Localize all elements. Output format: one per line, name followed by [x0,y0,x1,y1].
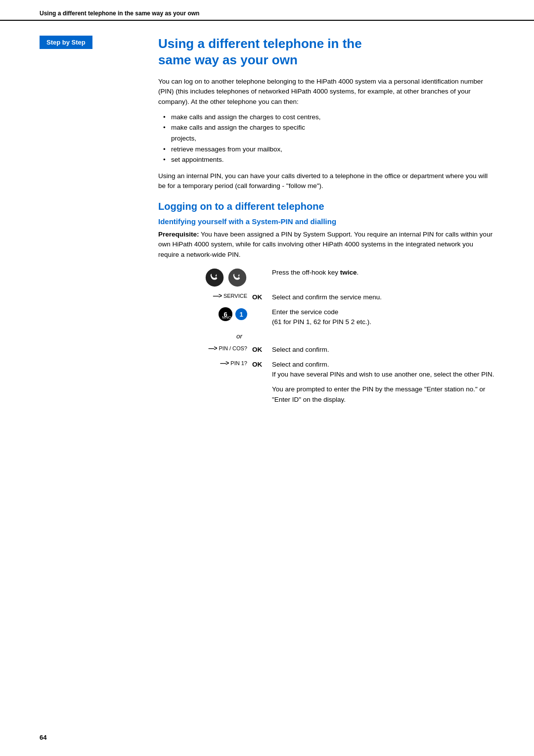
instr-right-4: Select and confirm. [272,345,494,355]
instr-right-5: Select and confirm. If you have several … [272,360,494,380]
arrow-sym-2: ––> [213,292,222,299]
key-1-badge: 1 [235,308,247,320]
key-badge-wrap: 6 MNO 1 [219,307,247,321]
prereq-label: Prerequisite: [158,231,199,238]
intro-paragraph: You can log on to another telephone belo… [158,77,494,107]
instr-right-2: Select and confirm the service menu. [272,292,494,302]
instr-left-or: or [158,332,252,340]
page-number: 64 [40,734,46,741]
list-item: retrieve messages from your mailbox, [163,144,494,155]
key-6-badge: 6 MNO [219,307,232,321]
instruction-row-3: 6 MNO 1 Enter the service code (61 for P… [158,307,494,328]
ok-label-5: OK [252,361,262,368]
instr-left-2: ––> SERVICE [158,292,252,299]
instruction-row-2: ––> SERVICE OK Select and confirm the se… [158,292,494,302]
service-code-note: (61 for PIN 1, 62 for PIN 5 2 etc.). [272,318,371,326]
arrow-sym-4: ––> [208,345,217,352]
list-item: set appointments. [163,154,494,165]
instr-ok-6 [252,384,272,385]
instruction-row-1: Press the off-hook key twice. [158,268,494,287]
instr-left-4: ––> PIN / COS? [158,345,252,352]
subsection-title: Identifying yourself with a System-PIN a… [158,217,494,226]
page-container: Using a different telephone in the same … [0,0,534,756]
header-title: Using a different telephone in the same … [40,10,199,17]
arrow-pin1: ––> PIN 1? [220,360,247,367]
mno-label: MNO [222,315,231,320]
phone-icon-1 [205,268,224,287]
svg-point-0 [206,269,223,286]
arrow-service: ––> SERVICE [213,292,247,299]
instruction-row-5: ––> PIN 1? OK Select and confirm. If you… [158,360,494,380]
pin1-label: PIN 1? [230,360,247,366]
service-label: SERVICE [223,293,247,299]
list-item: make calls and assign the charges to spe… [163,122,494,143]
instr-ok-3 [252,307,272,308]
main-title-line2: same way as your own [158,52,298,67]
section-title: Logging on to a different telephone [158,201,494,212]
arrow-pin-cos: ––> PIN / COS? [208,345,247,352]
instr-ok-5: OK [252,360,272,368]
instruction-row-6: You are prompted to enter the PIN by the… [158,384,494,405]
step-by-step-badge: Step by Step [40,36,92,49]
follow-me-text: Using an internal PIN, you can have your… [158,171,494,191]
prereq-paragraph: Prerequisite: You have been assigned a P… [158,230,494,260]
phone-icons [205,268,247,287]
instr-ok-or [252,332,272,333]
prereq-text: You have been assigned a PIN by System S… [158,231,492,258]
pin-cos-label: PIN / COS? [219,345,247,351]
or-text: or [236,332,247,340]
instr-left-5: ––> PIN 1? [158,360,252,367]
arrow-sym-5: ––> [220,360,228,367]
instr-right-3: Enter the service code (61 for PIN 1, 62… [272,307,494,328]
instr-left-3: 6 MNO 1 [158,307,252,321]
twice-bold: twice [340,269,357,276]
instr-left-1 [158,268,252,287]
instruction-row-or: or [158,332,494,340]
instr-ok-2: OK [252,292,272,301]
instr-ok-1 [252,268,272,269]
instruction-row-4: ––> PIN / COS? OK Select and confirm. [158,345,494,355]
content-area: Step by Step Using a different telephone… [0,21,534,439]
header-bar: Using a different telephone in the same … [0,0,534,20]
phone-icon-2 [227,268,247,287]
svg-point-1 [228,269,246,286]
ok-label-2: OK [252,293,262,301]
main-title-line1: Using a different telephone in the [158,36,362,51]
ok-label-4: OK [252,346,262,353]
instruction-rows: Press the off-hook key twice. ––> SERVIC… [158,268,494,405]
instr-ok-4: OK [252,345,272,353]
bullet-list: make calls and assign the charges to cos… [163,112,494,165]
main-title: Using a different telephone in the same … [158,36,494,68]
list-item: make calls and assign the charges to cos… [163,112,494,123]
left-sidebar: Step by Step [40,36,148,410]
instr-right-6: You are prompted to enter the PIN by the… [272,384,494,405]
main-content: Using a different telephone in the same … [148,36,494,410]
instr-right-1: Press the off-hook key twice. [272,268,494,278]
